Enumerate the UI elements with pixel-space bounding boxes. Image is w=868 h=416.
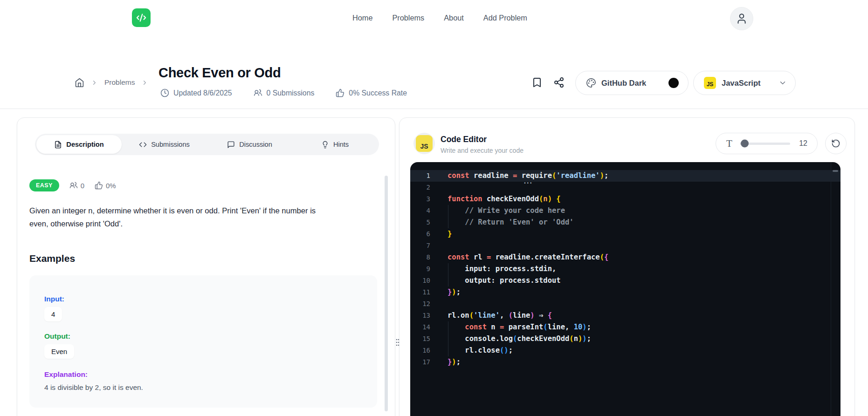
likes-stat: 0% <box>95 181 116 190</box>
code-slash-icon <box>136 13 146 23</box>
line-number: 15 <box>410 333 430 345</box>
code-line[interactable]: 12 <box>410 298 840 310</box>
code-text: function checkEvenOdd(n) { <box>448 193 561 205</box>
theme-dot-icon <box>668 78 679 88</box>
line-number: 2 <box>410 182 430 193</box>
editor-scrollbar-thumb[interactable] <box>833 170 838 172</box>
difficulty-badge: EASY <box>29 179 59 191</box>
code-text: }); <box>448 356 461 368</box>
chevron-down-icon <box>778 79 787 87</box>
line-number: 11 <box>410 286 430 298</box>
description-tab-icon <box>54 141 62 149</box>
problem-meta: Updated 8/6/2025 0 Submissions 0% Succes… <box>160 89 407 97</box>
line-number: 7 <box>410 240 430 252</box>
example-input-value: 4 <box>44 307 62 321</box>
example-input-label: Input: <box>44 295 64 303</box>
code-text: rl.close(); <box>448 345 513 356</box>
line-number: 16 <box>410 345 430 356</box>
bookmark-icon <box>531 77 545 88</box>
line-number: 8 <box>410 252 430 263</box>
line-number: 10 <box>410 275 430 286</box>
line-number: 9 <box>410 263 430 275</box>
code-text: console.log(checkEvenOdd(n)); <box>448 333 591 345</box>
problem-panel: Description Submissions Discussion Hints… <box>17 117 395 416</box>
hints-tab-icon <box>321 141 329 149</box>
share-button[interactable] <box>553 75 567 89</box>
code-line[interactable]: 4 // Write your code here <box>410 205 840 217</box>
code-lines: 1const readline = require('readline');23… <box>410 170 840 368</box>
users-stat: 0 <box>69 181 84 190</box>
example-output-value: Even <box>44 344 74 359</box>
code-line[interactable]: 1const readline = require('readline'); <box>410 170 840 182</box>
nav-problems[interactable]: Problems <box>392 14 424 22</box>
js-badge: JS <box>704 77 716 89</box>
example-output-label: Output: <box>44 332 70 341</box>
submissions-count: 0 Submissions <box>254 89 315 97</box>
updated-date: Updated 8/6/2025 <box>160 89 232 97</box>
code-line[interactable]: 9 input: process.stdin, <box>410 263 840 275</box>
code-line[interactable]: 5 // Return 'Even' or 'Odd' <box>410 217 840 228</box>
palette-icon <box>586 78 596 88</box>
main-nav: Home Problems About Add Problem <box>352 0 527 35</box>
code-line[interactable]: 15 console.log(checkEvenOdd(n)); <box>410 333 840 345</box>
nav-add-problem[interactable]: Add Problem <box>483 14 527 22</box>
code-text: output: process.stdout <box>448 275 561 286</box>
bookmark-button[interactable] <box>531 75 545 89</box>
difficulty-row: EASY 0 0% <box>29 179 116 191</box>
app-logo[interactable] <box>132 8 151 27</box>
code-text: const n = parseInt(line, 10); <box>448 321 591 333</box>
editor-subtitle: Write and execute your code <box>441 147 524 154</box>
language-selector[interactable]: JS JavaScript <box>693 71 796 95</box>
problem-statement: Given an integer n, determine whether it… <box>29 205 328 231</box>
line-number: 6 <box>410 228 430 240</box>
editor-title: Code Editor <box>441 135 487 144</box>
code-line[interactable]: 11}); <box>410 286 840 298</box>
code-line[interactable]: 10 output: process.stdout <box>410 275 840 286</box>
tab-discussion[interactable]: Discussion <box>207 135 292 154</box>
code-line[interactable]: 2 <box>410 182 840 193</box>
code-line[interactable]: 6} <box>410 228 840 240</box>
breadcrumb-problems[interactable]: Problems <box>104 78 135 87</box>
user-avatar[interactable] <box>730 7 753 30</box>
code-editor[interactable]: 1const readline = require('readline');23… <box>410 162 840 416</box>
header-divider <box>0 109 868 109</box>
users-icon <box>254 89 262 97</box>
code-text: const rl = readline.createInterface({ <box>448 252 608 263</box>
tab-hints[interactable]: Hints <box>292 135 378 154</box>
font-size-slider[interactable] <box>740 143 790 145</box>
description-scrollbar[interactable] <box>385 176 388 411</box>
reset-icon <box>831 139 840 148</box>
tab-description[interactable]: Description <box>36 135 122 154</box>
home-icon[interactable] <box>75 78 84 88</box>
code-text: }); <box>448 286 461 298</box>
code-text: // Write your code here <box>448 205 565 217</box>
editor-panel: JS Code Editor Write and execute your co… <box>399 117 855 416</box>
page-title: Check Even or Odd <box>158 65 281 81</box>
line-number: 14 <box>410 321 430 333</box>
problem-tabs: Description Submissions Discussion Hints <box>35 134 379 155</box>
nav-home[interactable]: Home <box>352 14 372 22</box>
reset-code-button[interactable] <box>825 133 847 154</box>
nav-about[interactable]: About <box>444 14 464 22</box>
page: Home Problems About Add Problem Problems… <box>0 0 868 416</box>
code-line[interactable]: 3function checkEvenOdd(n) { <box>410 193 840 205</box>
code-line[interactable]: 14 const n = parseInt(line, 10); <box>410 321 840 333</box>
success-rate: 0% Success Rate <box>336 89 407 97</box>
breadcrumb-chevron-icon <box>91 79 98 86</box>
tab-submissions[interactable]: Submissions <box>122 135 207 154</box>
share-icon <box>553 77 567 88</box>
example-card: Input: 4 Output: Even Explanation: 4 is … <box>29 275 377 408</box>
code-line[interactable]: 16 rl.close(); <box>410 345 840 356</box>
code-line[interactable]: 17}); <box>410 356 840 368</box>
code-line[interactable]: 13rl.on('line', (line) ⇒ { <box>410 310 840 321</box>
code-line[interactable]: 7 <box>410 240 840 252</box>
code-line[interactable]: 8const rl = readline.createInterface({ <box>410 252 840 263</box>
font-size-icon: T <box>726 138 732 150</box>
font-size-control: T 12 <box>716 133 818 154</box>
theme-label: GitHub Dark <box>601 79 646 88</box>
slider-thumb[interactable] <box>741 140 749 148</box>
theme-selector[interactable]: GitHub Dark <box>575 71 689 95</box>
line-number: 5 <box>410 217 430 228</box>
submissions-tab-icon <box>139 141 147 149</box>
clock-icon <box>160 89 169 97</box>
